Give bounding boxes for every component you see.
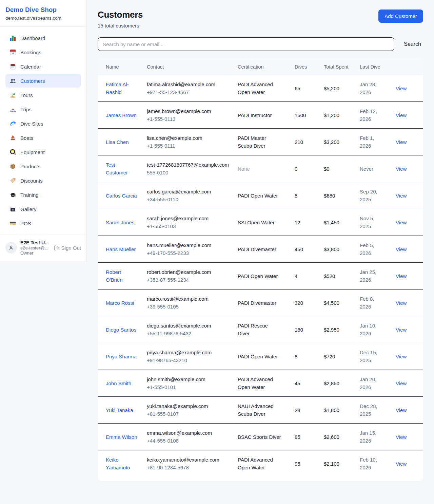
user-email: e2e-tester@...	[20, 245, 50, 250]
sidebar-item-tours[interactable]: Tours	[5, 88, 81, 102]
view-link[interactable]: View	[396, 380, 407, 386]
last-dive-cell: Jan 28, 2026	[360, 81, 376, 95]
tag-icon	[9, 177, 16, 184]
person-icon	[8, 245, 14, 251]
customer-email: yuki.tanaka@example.com	[147, 402, 232, 410]
add-customer-button[interactable]: Add Customer	[378, 10, 423, 23]
table-row: John Smith john.smith@example.com +1-555…	[98, 370, 423, 397]
people-icon	[9, 77, 16, 84]
sidebar-item-bookings[interactable]: 17 Bookings	[5, 45, 81, 59]
customer-email: emma.wilson@example.com	[147, 429, 232, 437]
customer-name-link[interactable]: Marco Rossi	[106, 300, 134, 306]
sidebar-item-discounts[interactable]: Discounts	[5, 174, 81, 187]
certification-cell: PADI Open Water	[238, 193, 278, 199]
search-button[interactable]: Search	[402, 40, 423, 49]
view-link[interactable]: View	[396, 327, 407, 333]
sign-out-button[interactable]: Sign Out	[54, 245, 81, 251]
sidebar-item-trips[interactable]: Trips	[5, 102, 81, 116]
sidebar-item-label: Customers	[20, 78, 45, 84]
customer-name-link[interactable]: Robert O'Brien	[106, 269, 123, 283]
dives-cell: 28	[295, 407, 300, 413]
total-spent-cell: $680	[324, 193, 335, 199]
customer-name-link[interactable]: Priya Sharma	[106, 354, 137, 359]
view-link[interactable]: View	[396, 86, 407, 91]
view-link[interactable]: View	[396, 193, 407, 199]
customer-phone: +34-555-0110	[147, 195, 232, 203]
sidebar-item-equipment[interactable]: Equipment	[5, 145, 81, 159]
last-dive-cell: Jan 20, 2026	[360, 376, 376, 390]
brand-domain: demo.test.divestreams.com	[5, 16, 81, 21]
sidebar-item-dashboard[interactable]: Dashboard	[5, 31, 81, 45]
sailboat-icon	[9, 134, 16, 141]
column-header-total-spent: Total Spent	[324, 59, 360, 75]
package-icon	[9, 163, 16, 170]
view-link[interactable]: View	[396, 354, 407, 359]
customer-name-link[interactable]: Hans Mueller	[106, 246, 136, 252]
view-link[interactable]: View	[396, 139, 407, 145]
customer-name-link[interactable]: Yuki Tanaka	[106, 407, 133, 413]
sidebar-item-customers[interactable]: Customers	[5, 74, 81, 88]
customer-email: marco.rossi@example.com	[147, 295, 232, 303]
customer-name-link[interactable]: Keiko Yamamoto	[106, 457, 130, 470]
total-spent-cell: $520	[324, 273, 335, 279]
view-link[interactable]: View	[396, 220, 407, 225]
graduation-cap-icon	[9, 191, 16, 198]
view-link[interactable]: View	[396, 246, 407, 252]
speedboat-icon	[9, 106, 16, 113]
brand-block: Demo Dive Shop demo.test.divestreams.com	[0, 0, 86, 26]
customer-name-link[interactable]: John Smith	[106, 380, 131, 386]
sidebar-item-label: POS	[20, 221, 31, 226]
last-dive-cell: Never	[360, 166, 373, 172]
credit-card-icon	[9, 220, 16, 227]
sidebar-item-training[interactable]: Training	[5, 188, 81, 202]
page-title: Customers	[98, 10, 143, 20]
customers-table-card: Name Contact Certification Dives Total S…	[98, 59, 423, 481]
dives-cell: 0	[295, 166, 297, 172]
customer-phone: +91-98765-43210	[147, 356, 232, 364]
column-header-actions	[396, 59, 423, 75]
certification-cell: PADI Rescue Diver	[238, 323, 268, 336]
customer-phone: +1-555-0113	[147, 115, 232, 123]
customer-name-link[interactable]: Sarah Jones	[106, 220, 134, 225]
customer-name-link[interactable]: Lisa Chen	[106, 139, 129, 145]
certification-cell: PADI Open Water	[238, 273, 278, 279]
sidebar-item-label: Dive Sites	[20, 121, 43, 127]
view-link[interactable]: View	[396, 434, 407, 440]
search-input[interactable]	[98, 37, 394, 51]
view-link[interactable]: View	[396, 300, 407, 306]
page-header: Customers 15 total customers Add Custome…	[98, 10, 423, 29]
customer-name-link[interactable]: Diego Santos	[106, 327, 136, 333]
customer-name-link[interactable]: Test Customer	[106, 162, 128, 175]
sidebar-item-pos[interactable]: POS	[5, 217, 81, 230]
total-spent-cell: $720	[324, 354, 335, 359]
customer-name-link[interactable]: Emma Wilson	[106, 434, 137, 440]
sidebar-item-calendar[interactable]: Calendar	[5, 60, 81, 73]
sidebar-item-label: Trips	[20, 107, 32, 112]
sidebar-item-boats[interactable]: Boats	[5, 131, 81, 145]
customer-phone: +353-87-555-1234	[147, 276, 232, 284]
total-spent-cell: $5,200	[324, 86, 339, 91]
dives-cell: 12	[295, 220, 300, 225]
last-dive-cell: Feb 10, 2026	[360, 457, 377, 470]
total-spent-cell: $1,800	[324, 407, 339, 413]
view-link[interactable]: View	[396, 407, 407, 413]
sidebar-item-dive-sites[interactable]: Dive Sites	[5, 117, 81, 130]
sidebar-item-gallery[interactable]: Gallery	[5, 202, 81, 216]
view-link[interactable]: View	[396, 273, 407, 279]
dives-cell: 180	[295, 327, 303, 333]
view-link[interactable]: View	[396, 112, 407, 118]
certification-cell: PADI Instructor	[238, 112, 272, 118]
user-info: E2E Test U... e2e-tester@... Owner	[20, 240, 50, 256]
table-row: Marco Rossi marco.rossi@example.com +39-…	[98, 290, 423, 316]
view-link[interactable]: View	[396, 166, 407, 172]
certification-cell: PADI Divemaster	[238, 246, 276, 252]
customer-name-link[interactable]: Fatima Al-Rashid	[106, 81, 129, 95]
view-link[interactable]: View	[396, 461, 407, 467]
customer-name-link[interactable]: Carlos Garcia	[106, 193, 137, 199]
customer-name-link[interactable]: James Brown	[106, 112, 137, 118]
sidebar-item-products[interactable]: Products	[5, 160, 81, 173]
last-dive-cell: Jan 25, 2026	[360, 269, 376, 283]
dives-cell: 85	[295, 434, 300, 440]
customer-phone: +971-55-123-4567	[147, 88, 232, 96]
customers-table: Name Contact Certification Dives Total S…	[98, 59, 423, 477]
